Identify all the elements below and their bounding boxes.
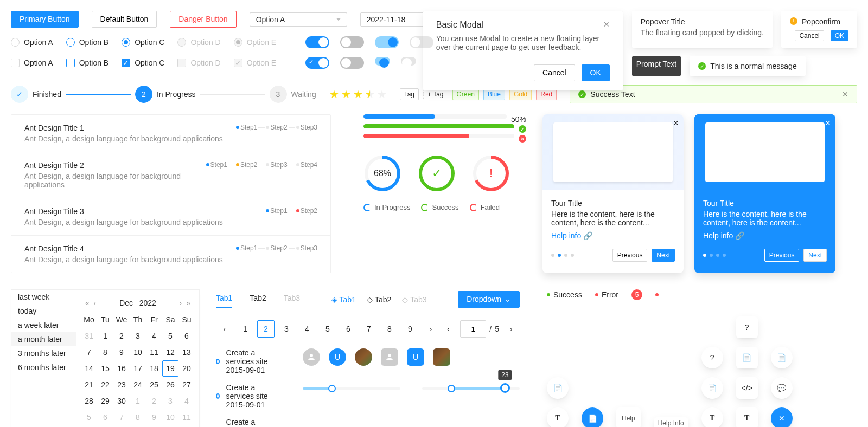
page-number[interactable]: 2 [257,320,275,338]
calendar-day[interactable]: 3 [162,393,178,409]
file-button[interactable]: 📄 [771,347,793,368]
tab[interactable]: Tab2 [250,289,266,308]
page-number[interactable]: 7 [360,320,378,338]
calendar[interactable]: last weektodaya week latera month later3… [11,289,200,427]
tour-link[interactable]: Help info 🔗 [551,231,592,240]
prev-month-icon[interactable]: ‹ [94,299,97,307]
calendar-day[interactable]: 3 [130,328,146,344]
next-month-icon[interactable]: › [180,299,182,307]
calendar-day[interactable]: 20 [178,360,195,377]
calendar-day[interactable]: 22 [97,377,113,393]
calendar-day[interactable]: 17 [130,360,146,377]
calendar-preset[interactable]: last week [11,290,76,304]
close-icon[interactable]: ✕ [673,119,679,127]
calendar-day[interactable]: 13 [178,344,195,360]
next-button[interactable]: Next [803,249,827,262]
text-button[interactable]: T [701,407,723,427]
text-button[interactable]: T [547,407,569,427]
calendar-day[interactable]: 11 [146,344,162,360]
calendar-day[interactable]: 6 [178,328,195,344]
dropdown-button[interactable]: Dropdown⌄ [458,291,520,308]
cancel-button[interactable]: Cancel [534,64,575,81]
next-year-icon[interactable]: » [186,299,190,307]
calendar-day[interactable]: 24 [130,377,146,393]
switch-2[interactable] [340,36,364,48]
calendar-day[interactable]: 15 [97,360,113,377]
question-icon[interactable]: ? [736,316,758,338]
calendar-day[interactable]: 18 [146,360,162,377]
avatar-image-sq[interactable] [433,348,450,366]
prev-year-icon[interactable]: « [85,299,90,307]
page-input[interactable] [460,320,486,338]
radio-c[interactable] [122,38,130,47]
calendar-preset[interactable]: today [11,304,76,318]
switch-1[interactable] [305,36,329,48]
calendar-day[interactable]: 30 [113,393,130,409]
pagination-simple[interactable]: ‹ / 5 › [439,320,520,338]
tab-icon[interactable]: ◇Tab2 [367,293,391,306]
calendar-day[interactable]: 10 [130,344,146,360]
checkbox-c[interactable]: ✓ [122,59,130,67]
switch-5[interactable] [305,57,329,69]
page-number[interactable]: 3 [278,320,295,338]
calendar-day[interactable]: 27 [178,377,195,393]
tour-link[interactable]: Help info 🔗 [703,231,744,240]
calendar-day[interactable]: 5 [162,328,178,344]
file-button[interactable]: 📄 [547,377,569,399]
calendar-day[interactable]: 29 [97,393,113,409]
calendar-day[interactable]: 7 [113,409,130,425]
page-number[interactable]: 8 [381,320,398,338]
default-button[interactable]: Default Button [92,11,157,28]
slider-range[interactable]: 23 [422,387,520,390]
danger-button[interactable]: Danger Button [170,11,236,28]
calendar-day[interactable]: 19 [162,360,178,377]
prev-icon[interactable]: ‹ [439,320,457,338]
calendar-day[interactable]: 26 [162,377,178,393]
calendar-day[interactable]: 5 [81,409,97,425]
page-number[interactable]: 1 [237,320,254,338]
calendar-day[interactable]: 4 [146,328,162,344]
switch-3[interactable] [375,36,399,48]
calendar-day[interactable]: 21 [81,377,97,393]
file-button[interactable]: 📄 [701,377,723,399]
popconfirm-ok[interactable]: OK [831,30,848,41]
next-button[interactable]: Next [652,249,675,262]
avatar-letter[interactable]: U [329,348,346,366]
tag[interactable]: Tag [400,88,419,100]
close-icon[interactable]: ✕ [825,119,831,127]
checkbox-b[interactable] [66,59,75,67]
primary-button[interactable]: Primary Button [11,11,79,28]
calendar-day[interactable]: 31 [81,328,97,344]
calendar-day[interactable]: 4 [178,393,195,409]
help-button[interactable]: Help [616,407,641,427]
code-icon[interactable]: </> [736,377,758,399]
prev-button[interactable]: Previous [764,249,800,262]
calendar-day[interactable]: 9 [113,344,130,360]
calendar-day[interactable]: 8 [97,344,113,360]
calendar-preset[interactable]: 6 months later [11,360,76,374]
radio-b[interactable] [66,38,75,47]
calendar-day[interactable]: 1 [97,328,113,344]
avatar-icon-sq[interactable] [381,348,398,366]
close-float-button[interactable]: ✕ [771,407,793,427]
page-number[interactable]: 5 [319,320,336,338]
calendar-day[interactable]: 16 [113,360,130,377]
tabs[interactable]: Tab1Tab2Tab3 [216,289,300,309]
tabs-icon[interactable]: ◈Tab1◇Tab2◇Tab3 [331,293,427,306]
prev-icon[interactable]: ‹ [216,320,233,338]
calendar-day[interactable]: 2 [113,328,130,344]
close-icon[interactable]: ✕ [603,20,610,30]
calendar-day[interactable]: 23 [113,377,130,393]
avatar-image[interactable] [355,348,372,366]
text-button[interactable]: T [736,407,758,427]
calendar-day[interactable]: 7 [81,344,97,360]
switch-6[interactable] [340,57,364,69]
calendar-day[interactable]: 8 [130,409,146,425]
calendar-day[interactable]: 25 [146,377,162,393]
calendar-day[interactable]: 12 [162,344,178,360]
tab-icon[interactable]: ◈Tab1 [331,293,356,306]
pagination[interactable]: ‹123456789› [216,320,439,338]
ok-button[interactable]: OK [582,64,610,81]
next-icon[interactable]: › [502,320,520,338]
calendar-day[interactable]: 1 [130,393,146,409]
